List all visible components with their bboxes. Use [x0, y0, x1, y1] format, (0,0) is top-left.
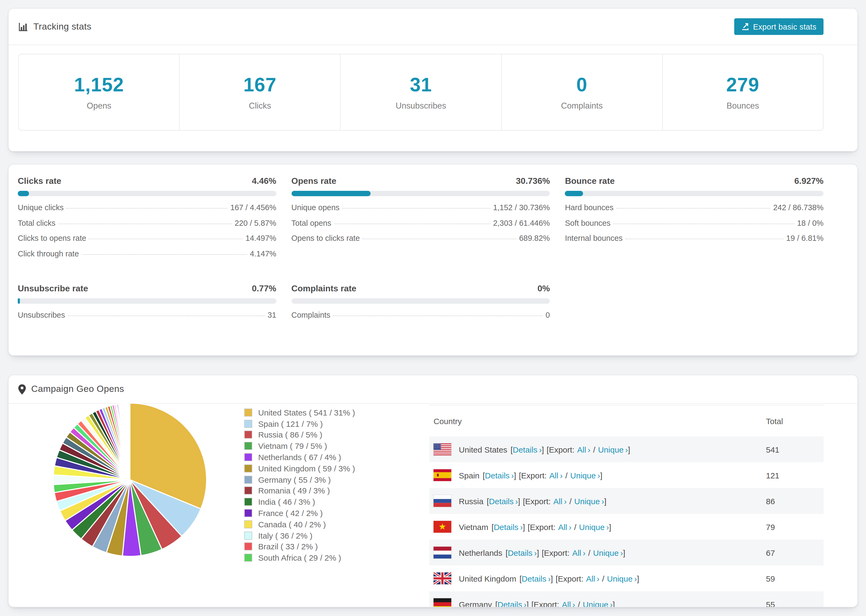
- country-name: Germany: [459, 600, 492, 607]
- details-link[interactable]: Details ›: [489, 497, 518, 506]
- legend-label: Germany ( 55 / 3% ): [258, 475, 331, 484]
- rate-detail-label: Unique opens: [291, 203, 339, 212]
- country-name: United Kingdom: [459, 574, 516, 583]
- export-unique-link[interactable]: Unique ›: [583, 600, 612, 607]
- rate-progress-bar: [565, 191, 823, 196]
- country-total: 121: [766, 471, 823, 480]
- country-flag-icon: [433, 521, 451, 533]
- rate-progress-fill: [18, 298, 20, 304]
- details-link[interactable]: Details ›: [508, 548, 537, 557]
- export-unique-link[interactable]: Unique ›: [598, 445, 628, 454]
- export-unique-link[interactable]: Unique ›: [570, 471, 600, 480]
- geo-table-header: Country Total: [429, 405, 823, 437]
- table-row: United States [Details ›] [Export: All ›…: [429, 437, 823, 462]
- rate-value: 0%: [537, 284, 550, 294]
- country-flag-icon: [433, 495, 451, 507]
- export-all-link[interactable]: All ›: [562, 600, 575, 607]
- details-link[interactable]: Details ›: [522, 574, 551, 583]
- rate-detail-label: Total clicks: [18, 218, 55, 227]
- tracking-stats-card: Tracking stats Export basic stats 1,152 …: [8, 8, 858, 152]
- country-total: 86: [766, 497, 823, 506]
- rate-block: Clicks rate 4.46% Unique clicks 167 / 4.…: [18, 176, 276, 264]
- stat-cell: 279 Bounces: [663, 54, 823, 130]
- export-unique-link[interactable]: Unique ›: [607, 574, 637, 583]
- rate-detail-row: Total opens 2,303 / 61.446%: [291, 218, 550, 234]
- dotted-leader: [68, 316, 265, 316]
- export-all-link[interactable]: All ›: [558, 522, 571, 531]
- rate-detail-row: Total clicks 220 / 5.87%: [18, 218, 276, 234]
- stat-cell: 31 Unsubscribes: [341, 54, 502, 130]
- legend-item: South Africa ( 29 / 2% ): [244, 552, 422, 564]
- rate-detail-value: 689.82%: [519, 234, 550, 242]
- rate-detail-label: Hard bounces: [565, 203, 614, 212]
- legend-item: United Kingdom ( 59 / 3% ): [244, 463, 422, 474]
- column-header-total: Total: [766, 416, 823, 426]
- rate-title: Opens rate: [291, 176, 336, 186]
- rates-card: Clicks rate 4.46% Unique clicks 167 / 4.…: [8, 164, 858, 356]
- rate-detail-label: Clicks to opens rate: [18, 234, 86, 242]
- dotted-leader: [89, 239, 243, 239]
- legend-label: Vietnam ( 79 / 5% ): [258, 442, 327, 451]
- rate-progress-bar: [291, 191, 550, 196]
- dotted-leader: [616, 208, 770, 209]
- dotted-leader: [625, 239, 783, 239]
- legend-swatch: [244, 409, 252, 416]
- legend-swatch: [244, 543, 252, 551]
- map-pin-icon: [18, 384, 26, 394]
- rate-detail-value: 18 / 0%: [797, 218, 823, 227]
- legend-swatch: [244, 554, 252, 562]
- legend-label: Russia ( 86 / 5% ): [258, 430, 322, 439]
- export-unique-link[interactable]: Unique ›: [579, 522, 609, 531]
- rate-detail-row: Clicks to opens rate 14.497%: [18, 234, 276, 249]
- rate-block: Unsubscribe rate 0.77% Unsubscribes 31: [18, 284, 276, 326]
- details-link[interactable]: Details ›: [513, 445, 542, 454]
- legend-swatch: [244, 475, 252, 484]
- legend-label: Canada ( 40 / 2% ): [258, 520, 326, 529]
- export-all-link[interactable]: All ›: [577, 445, 590, 454]
- rate-title: Complaints rate: [291, 284, 356, 294]
- legend-label: Spain ( 121 / 7% ): [258, 419, 323, 428]
- rate-detail-value: 2,303 / 61.446%: [493, 218, 550, 227]
- legend-item: Italy ( 36 / 2% ): [244, 530, 422, 541]
- stat-label: Clicks: [249, 101, 271, 111]
- legend-label: United States ( 541 / 31% ): [258, 408, 355, 417]
- rate-block: Opens rate 30.736% Unique opens 1,152 / …: [291, 176, 550, 264]
- export-all-link[interactable]: All ›: [586, 574, 599, 583]
- details-link[interactable]: Details ›: [494, 522, 523, 531]
- export-unique-link[interactable]: Unique ›: [574, 497, 604, 506]
- table-row: Vietnam [Details ›] [Export: All › / Uni…: [429, 514, 823, 540]
- country-name: Russia: [459, 497, 483, 506]
- rate-detail-row: Unique opens 1,152 / 30.736%: [291, 203, 550, 218]
- legend-label: India ( 46 / 3% ): [258, 498, 315, 507]
- geo-card-header: Campaign Geo Opens: [9, 375, 857, 404]
- rate-title: Clicks rate: [18, 176, 61, 186]
- export-all-link[interactable]: All ›: [550, 471, 563, 480]
- export-basic-stats-button[interactable]: Export basic stats: [734, 18, 823, 35]
- rate-detail-row: Unique clicks 167 / 4.456%: [18, 203, 276, 218]
- export-label: Export:: [558, 574, 583, 583]
- dotted-leader: [58, 223, 232, 224]
- country-flag-icon: [433, 469, 451, 481]
- campaign-geo-opens-card: Campaign Geo Opens United States ( 541 /…: [8, 375, 858, 607]
- tracking-stats-strip: 1,152 Opens 167 Clicks 31 Unsubscribes 0…: [18, 54, 823, 130]
- country-total: 79: [766, 522, 823, 531]
- table-row: Russia [Details ›] [Export: All › / Uniq…: [429, 488, 823, 514]
- rate-detail-label: Complaints: [291, 311, 330, 319]
- stat-label: Complaints: [561, 101, 603, 111]
- rate-detail-value: 220 / 5.87%: [235, 218, 277, 227]
- legend-item: India ( 46 / 3% ): [244, 497, 422, 508]
- rate-detail-row: Soft bounces 18 / 0%: [565, 218, 823, 234]
- stat-value: 0: [576, 74, 587, 96]
- legend-swatch: [244, 531, 252, 539]
- export-all-link[interactable]: All ›: [553, 497, 567, 506]
- campaign-stats-page: Tracking stats Export basic stats 1,152 …: [0, 0, 866, 616]
- details-link[interactable]: Details ›: [498, 600, 527, 607]
- legend-label: South Africa ( 29 / 2% ): [258, 553, 341, 563]
- rate-progress-fill: [291, 191, 371, 196]
- rate-detail-value: 31: [268, 311, 276, 319]
- geo-card-title: Campaign Geo Opens: [31, 384, 124, 394]
- export-unique-link[interactable]: Unique ›: [593, 548, 623, 557]
- export-all-link[interactable]: All ›: [572, 548, 586, 557]
- details-link[interactable]: Details ›: [485, 471, 514, 480]
- stat-value: 167: [243, 74, 277, 96]
